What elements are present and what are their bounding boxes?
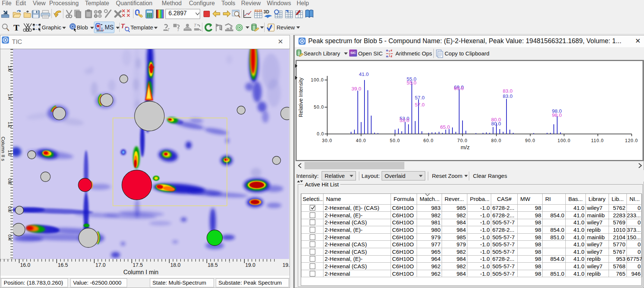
svg-text:41.0: 41.0 — [359, 71, 369, 77]
svg-text:3D: 3D — [263, 9, 269, 15]
svg-text:0123: 0123 — [255, 9, 262, 13]
svg-text:x: x — [389, 52, 390, 55]
svg-text:m/z: m/z — [461, 144, 470, 150]
svg-text:90.0: 90.0 — [525, 138, 535, 143]
svg-text:65.0: 65.0 — [440, 124, 450, 130]
svg-text:57.0: 57.0 — [415, 102, 424, 108]
svg-text:T: T — [194, 23, 197, 28]
svg-text:T: T — [121, 23, 125, 30]
svg-text:70.0: 70.0 — [457, 138, 467, 143]
svg-text:80.0: 80.0 — [491, 121, 501, 127]
svg-text:19.0: 19.0 — [245, 262, 255, 268]
svg-text:55.0: 55.0 — [407, 80, 416, 86]
svg-text:69.0: 69.0 — [454, 86, 464, 91]
svg-text:100.0: 100.0 — [558, 138, 571, 143]
svg-text:110.0: 110.0 — [591, 138, 604, 143]
svg-text:100.0: 100.0 — [311, 77, 324, 83]
svg-text:1.0: 1.0 — [7, 150, 12, 156]
svg-text:0.0: 0.0 — [317, 131, 324, 137]
svg-text:0.8: 0.8 — [7, 178, 12, 185]
svg-text:39.0: 39.0 — [351, 86, 361, 92]
svg-text:40.0: 40.0 — [356, 138, 366, 143]
svg-text:17.0: 17.0 — [95, 262, 105, 268]
svg-text:60.0: 60.0 — [423, 138, 433, 143]
svg-text:98.0: 98.0 — [552, 112, 562, 118]
svg-text:18.5: 18.5 — [208, 262, 218, 268]
svg-text:Relative Intensity: Relative Intensity — [298, 77, 304, 117]
svg-text:83.0: 83.0 — [503, 88, 512, 94]
svg-text:0.4: 0.4 — [7, 234, 12, 241]
svg-text:18.0: 18.0 — [170, 262, 180, 268]
svg-text:16.0: 16.0 — [20, 262, 30, 268]
svg-text:1.6: 1.6 — [7, 65, 12, 72]
svg-text:80.0: 80.0 — [491, 138, 501, 143]
svg-text:83.0: 83.0 — [503, 93, 512, 99]
svg-text:16.5: 16.5 — [58, 262, 68, 268]
svg-text:50.0: 50.0 — [390, 138, 400, 143]
svg-text:T: T — [177, 28, 180, 32]
svg-text:T: T — [167, 28, 170, 32]
svg-text:50.0: 50.0 — [314, 105, 324, 110]
svg-text:57.0: 57.0 — [415, 95, 424, 100]
svg-text:30.0: 30.0 — [322, 138, 332, 143]
svg-text:1.4: 1.4 — [7, 94, 12, 100]
svg-text:19.5: 19.5 — [282, 262, 290, 268]
svg-text:17.5: 17.5 — [133, 262, 143, 268]
svg-text:53.0: 53.0 — [400, 118, 409, 123]
svg-text:120.0: 120.0 — [625, 138, 638, 143]
svg-text:Column I min: Column I min — [123, 269, 158, 275]
svg-text:0.6: 0.6 — [7, 206, 12, 212]
svg-text:Column II s: Column II s — [0, 137, 6, 161]
svg-text:1.2: 1.2 — [7, 122, 12, 128]
